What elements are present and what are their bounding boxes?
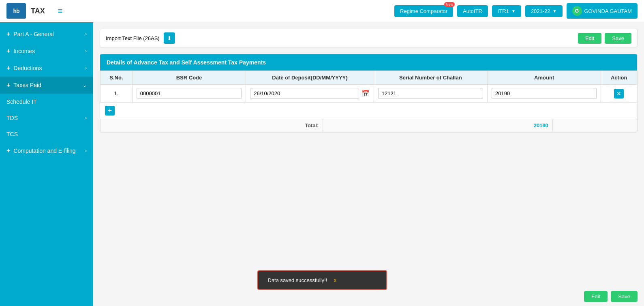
import-bar-buttons: Edit Save — [578, 33, 631, 44]
total-table: Total: 20190 — [100, 119, 637, 132]
arrow-down-icon: ⌄ — [83, 82, 87, 88]
advance-tax-table: S.No. BSR Code Date of Deposit(DD/MM/YYY… — [100, 71, 637, 103]
delete-row-button[interactable]: ✕ — [614, 89, 624, 98]
sidebar-item-label: TCS — [6, 131, 18, 137]
logo-tax: TAX — [31, 7, 45, 15]
add-row-button[interactable]: + — [105, 106, 115, 116]
total-row: Total: 20190 — [101, 119, 637, 132]
new-badge: New — [444, 2, 455, 7]
autoir-button[interactable]: AutoITR — [457, 5, 488, 17]
header: hb TAX ≡ New Regime Comparator AutoITR I… — [0, 0, 644, 22]
cell-sno: 1. — [101, 85, 133, 103]
header-right: New Regime Comparator AutoITR ITR1 ▼ 202… — [394, 3, 638, 19]
plus-icon: + — [6, 81, 10, 89]
main-layout: + Part A - General › + Incomes › + Deduc… — [0, 22, 644, 306]
sidebar-item-incomes[interactable]: + Incomes › — [0, 43, 93, 60]
cell-serial[interactable] — [374, 85, 487, 103]
table-title: Details of Advance Tax and Self Assessme… — [100, 54, 637, 71]
itr-dropdown-arrow: ▼ — [511, 9, 516, 13]
col-serial: Serial Number of Challan — [374, 71, 487, 85]
sidebar-item-part-a[interactable]: + Part A - General › — [0, 26, 93, 43]
sidebar-item-label: Deductions — [13, 65, 42, 71]
col-action: Action — [601, 71, 637, 85]
sidebar-item-label: Part A - General — [13, 31, 54, 37]
plus-icon: + — [6, 30, 10, 38]
download-icon[interactable]: ⬇ — [164, 32, 175, 44]
toast-message: Data saved successfully!! — [268, 277, 327, 283]
sidebar-item-label: TDS — [6, 115, 18, 121]
bottom-bar: Edit Save — [578, 287, 644, 306]
sidebar-item-tds[interactable]: TDS › — [0, 110, 93, 126]
sidebar-item-deductions[interactable]: + Deductions › — [0, 60, 93, 77]
arrow-right-icon: › — [85, 65, 87, 71]
sidebar-item-label: Schedule IT — [6, 98, 37, 105]
content-area: Import Text File (26AS) ⬇ Edit Save Deta… — [93, 22, 644, 306]
logo-hb: hb — [6, 3, 26, 19]
sidebar-item-taxes-paid[interactable]: + Taxes Paid ⌄ — [0, 77, 93, 94]
sidebar-item-label: Incomes — [13, 48, 35, 54]
avatar: G — [572, 6, 582, 16]
col-bsr: BSR Code — [132, 71, 246, 85]
import-label: Import Text File (26AS) — [106, 35, 160, 41]
total-value: 20190 — [323, 119, 553, 132]
plus-icon: + — [6, 47, 10, 55]
serial-input[interactable] — [378, 88, 483, 99]
import-edit-button[interactable]: Edit — [578, 33, 601, 44]
amount-input[interactable] — [492, 88, 597, 99]
itr-dropdown-button[interactable]: ITR1 ▼ — [492, 5, 521, 17]
toast-notification: Data saved successfully!! x — [257, 270, 387, 290]
cell-bsr[interactable] — [132, 85, 246, 103]
calendar-icon[interactable]: 📅 — [362, 90, 370, 97]
col-amount: Amount — [488, 71, 601, 85]
arrow-right-icon: › — [85, 31, 87, 37]
cell-amount[interactable] — [488, 85, 601, 103]
cell-action: ✕ — [601, 85, 637, 103]
advance-tax-table-card: Details of Advance Tax and Self Assessme… — [100, 54, 638, 133]
regime-comparator-button[interactable]: New Regime Comparator — [394, 5, 453, 17]
date-input[interactable] — [250, 88, 359, 99]
bottom-edit-button[interactable]: Edit — [584, 291, 608, 302]
toast-close-button[interactable]: x — [334, 277, 336, 283]
table-row: 1. 📅 — [101, 85, 637, 103]
plus-icon: + — [6, 64, 10, 72]
arrow-right-icon: › — [85, 48, 87, 54]
user-menu-button[interactable]: G GOVINDA GAUTAM — [567, 3, 638, 19]
col-date: Date of Deposit(DD/MM/YYYY) — [246, 71, 374, 85]
cell-date: 📅 — [246, 85, 374, 103]
arrow-right-icon: › — [85, 148, 87, 154]
col-sno: S.No. — [101, 71, 133, 85]
sidebar-item-computation[interactable]: + Computation and E-filing › — [0, 142, 93, 159]
year-dropdown-arrow: ▼ — [553, 9, 557, 13]
sidebar: + Part A - General › + Incomes › + Deduc… — [0, 22, 93, 306]
bottom-save-button[interactable]: Save — [611, 291, 638, 302]
year-dropdown-button[interactable]: 2021-22 ▼ — [525, 5, 563, 17]
sidebar-item-label: Computation and E-filing — [13, 148, 75, 154]
total-label: Total: — [101, 119, 323, 132]
sidebar-item-tcs[interactable]: TCS — [0, 126, 93, 142]
sidebar-item-label: Taxes Paid — [13, 82, 41, 88]
sidebar-item-schedule-it[interactable]: Schedule IT — [0, 94, 93, 110]
import-save-button[interactable]: Save — [605, 33, 631, 44]
plus-icon: + — [6, 147, 10, 154]
arrow-right-icon: › — [85, 115, 87, 121]
hamburger-icon[interactable]: ≡ — [58, 6, 63, 16]
import-bar: Import Text File (26AS) ⬇ Edit Save — [100, 29, 638, 47]
bsr-input[interactable] — [137, 88, 242, 99]
